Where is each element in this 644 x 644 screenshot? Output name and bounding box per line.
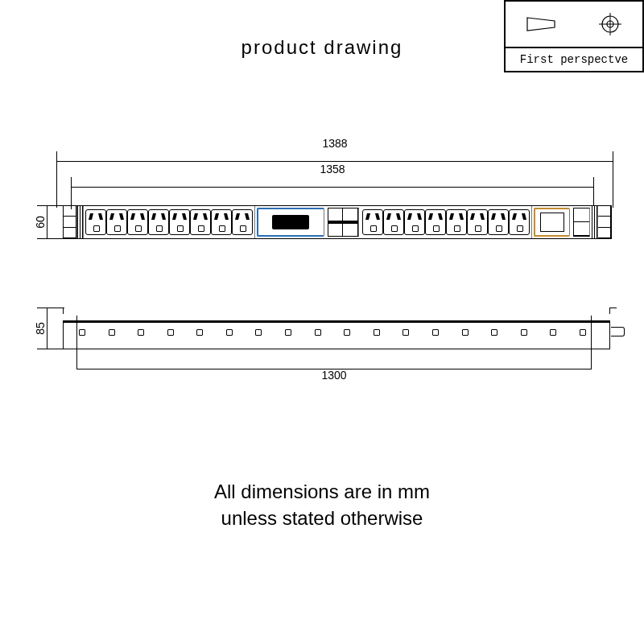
outlet: [425, 209, 446, 235]
outlet: [509, 209, 530, 235]
note-line-2: unless stated otherwise: [221, 507, 423, 529]
side-view: [63, 314, 610, 349]
dim-value: 60: [23, 216, 57, 229]
outlet-bank-left: [84, 206, 255, 238]
outlet-bank-right: [361, 206, 532, 238]
truncated-cone-icon: [524, 13, 559, 35]
outlet: [190, 209, 211, 235]
outlet: [232, 209, 253, 235]
dim-value: 1388: [56, 137, 613, 150]
outlet: [85, 209, 106, 235]
lcd-icon: [272, 215, 309, 229]
data-port: [573, 208, 590, 237]
legend-label: First perspectve: [506, 48, 642, 71]
dim-height-front: 60: [39, 205, 55, 239]
end-cap-left: [77, 206, 84, 238]
outlet: [169, 209, 190, 235]
outlet: [383, 209, 404, 235]
dim-value: 1358: [71, 163, 594, 175]
outlet: [488, 209, 509, 235]
dim-value: 85: [19, 322, 61, 335]
target-icon: [596, 13, 625, 35]
cable-gland-icon: [611, 327, 625, 336]
projection-legend: First perspectve: [504, 0, 644, 72]
outlet: [446, 209, 467, 235]
outlet: [467, 209, 488, 235]
end-cap-right: [592, 206, 598, 238]
svg-marker-0: [527, 18, 555, 31]
front-view: [63, 205, 612, 239]
outlet: [404, 209, 425, 235]
mounting-bracket-right: [598, 206, 611, 238]
dim-height-side: 85: [39, 308, 55, 349]
dim-value: 1300: [76, 369, 592, 382]
drawing-canvas: product drawing First perspectve 1388 13…: [0, 0, 644, 644]
outlet: [127, 209, 148, 235]
mounting-bracket-left: [64, 206, 77, 238]
dim-mounting-centers: 1300: [76, 361, 592, 377]
units-note: All dimensions are in mm unless stated o…: [0, 479, 644, 531]
note-line-1: All dimensions are in mm: [214, 481, 430, 502]
dim-body-length: 1358: [71, 179, 594, 195]
outlet: [362, 209, 383, 235]
outlet: [106, 209, 127, 235]
meter-display: [257, 208, 324, 237]
circuit-breaker: [328, 208, 359, 237]
outlet: [211, 209, 232, 235]
outlet: [148, 209, 169, 235]
surge-module: [534, 208, 570, 237]
